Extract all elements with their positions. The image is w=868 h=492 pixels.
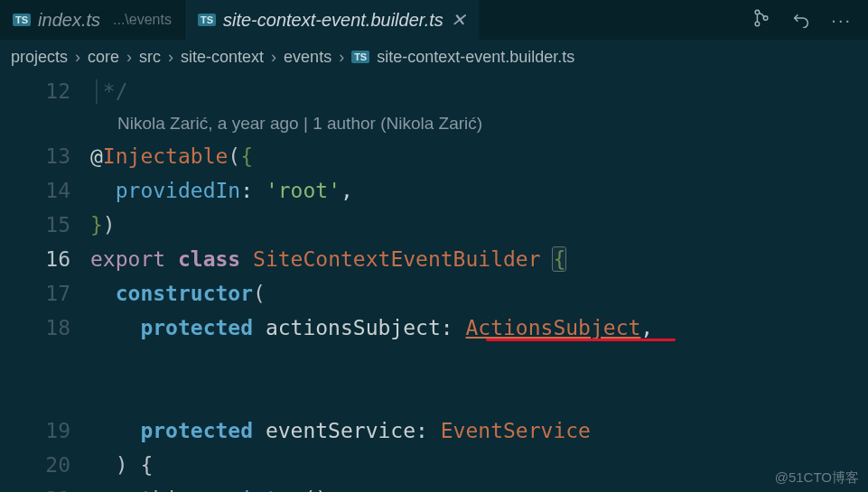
chevron-right-icon: ›	[75, 48, 80, 67]
line-number: 16	[0, 242, 90, 276]
tab-index-ts[interactable]: TS index.ts ...\events	[0, 0, 185, 40]
crumb[interactable]: site-context	[181, 48, 264, 67]
chevron-right-icon: ›	[168, 48, 173, 67]
tab-site-context-event-builder[interactable]: TS site-context-event.builder.ts ✕	[185, 0, 480, 40]
svg-point-0	[755, 10, 760, 14]
line-number: 15	[0, 208, 90, 242]
line-number: 12	[0, 74, 90, 108]
tab-label: site-context-event.builder.ts	[223, 10, 443, 31]
line-number: 19	[0, 413, 90, 448]
watermark: @51CTO博客	[775, 469, 859, 487]
tab-label: index.ts	[38, 10, 100, 31]
tab-hint: ...\events	[113, 12, 172, 28]
line-number: 18	[0, 311, 90, 345]
chevron-right-icon: ›	[126, 48, 132, 67]
more-icon[interactable]: ···	[831, 10, 852, 31]
type-link-actionssubject[interactable]: ActionsSubject	[465, 316, 640, 339]
code-token: */	[103, 79, 128, 103]
ts-icon: TS	[13, 14, 31, 26]
svg-point-1	[755, 22, 760, 26]
chevron-right-icon: ›	[271, 48, 276, 67]
source-control-icon[interactable]	[751, 8, 771, 32]
editor-tabs: TS index.ts ...\events TS site-context-e…	[0, 0, 868, 40]
ts-icon: TS	[351, 51, 369, 63]
ts-icon: TS	[198, 14, 216, 26]
line-number: 21	[0, 482, 90, 492]
close-icon[interactable]: ✕	[451, 9, 466, 31]
editor-actions: ···	[735, 0, 868, 40]
line-number: 13	[0, 139, 90, 173]
line-number: 17	[0, 276, 90, 311]
crumb-file[interactable]: site-context-event.builder.ts	[377, 48, 574, 67]
crumb[interactable]: core	[88, 48, 119, 67]
undo-icon[interactable]	[791, 8, 811, 32]
crumb[interactable]: projects	[11, 48, 68, 67]
crumb[interactable]: src	[139, 48, 161, 67]
codelens-blame[interactable]: Nikola Zarić, a year ago | 1 author (Nik…	[0, 108, 868, 139]
line-number: 14	[0, 173, 90, 208]
line-number: 20	[0, 448, 90, 482]
crumb[interactable]: events	[284, 48, 331, 67]
breadcrumbs[interactable]: projects › core › src › site-context › e…	[0, 40, 868, 74]
chevron-right-icon: ›	[339, 48, 344, 67]
code-editor[interactable]: 12 │*/ Nikola Zarić, a year ago | 1 auth…	[0, 74, 868, 492]
bracket-highlight: {	[553, 247, 565, 271]
